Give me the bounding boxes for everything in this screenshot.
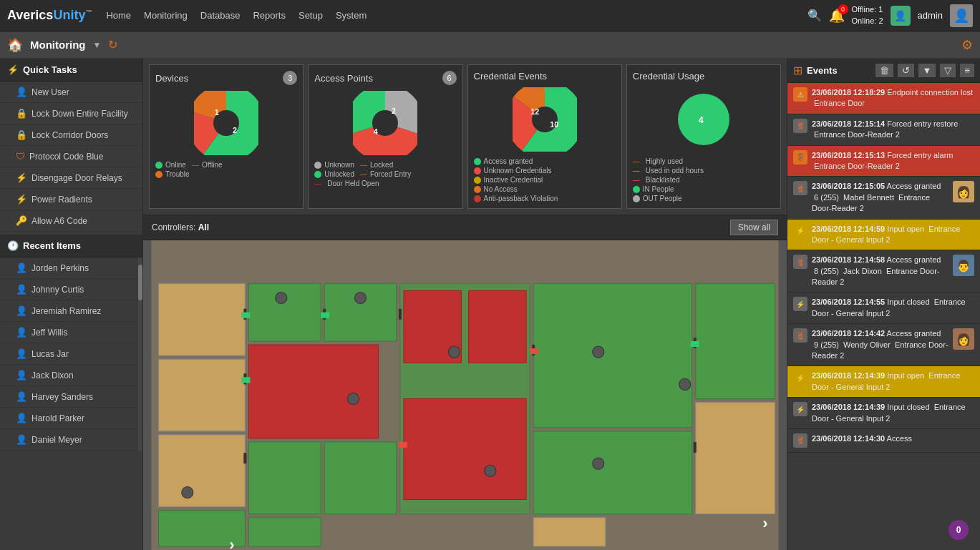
monitoring-bar: 🏠 Monitoring ▼ ↻ ⚙	[0, 31, 980, 59]
recent-item-3[interactable]: 👤 Jeff Willis	[0, 322, 142, 343]
recent-item-0[interactable]: 👤 Jorden Perkins	[0, 257, 142, 279]
scrollbar-thumb[interactable]	[138, 265, 142, 300]
svg-rect-20	[159, 435, 246, 507]
recent-item-5[interactable]: 👤 Jack Dixon	[0, 365, 142, 386]
events-refresh-button[interactable]: ↺	[898, 64, 914, 77]
access-points-header: Access Points 6	[314, 71, 456, 85]
recent-person-1: Johnny Curtis	[31, 285, 84, 295]
settings-icon[interactable]: ⚙	[961, 37, 973, 53]
svg-point-48	[593, 346, 604, 358]
sidebar-item-lock-corridor[interactable]: 🔒 Lock Corridor Doors	[0, 124, 142, 146]
nav-database[interactable]: Database	[200, 10, 241, 21]
nav-reports[interactable]: Reports	[253, 10, 286, 21]
credential-events-header: Credential Events	[474, 71, 616, 82]
event-text-6: 23/06/2018 12:14:55 Input closed Entranc…	[812, 297, 974, 319]
svg-point-51	[182, 486, 193, 498]
events-more-button[interactable]: ≡	[960, 64, 974, 77]
power-icon: ⚡	[16, 194, 27, 205]
svg-rect-36	[248, 518, 321, 546]
svg-rect-19	[159, 359, 246, 431]
events-filter-button[interactable]: ▽	[940, 64, 956, 77]
access-points-pie-chart: 2 4	[353, 91, 417, 155]
events-dropdown-button[interactable]: ▼	[918, 64, 936, 77]
svg-rect-39	[243, 453, 246, 463]
events-delete-button[interactable]: 🗑	[875, 64, 893, 77]
event-input-icon: ⚡	[793, 224, 807, 238]
svg-rect-34	[696, 403, 775, 514]
access-points-legend: Unknown —Locked Unlocked —Forced Entry —…	[314, 161, 456, 187]
event-item-10: 🚪 23/06/2018 12:14:30 Access	[787, 429, 980, 453]
show-all-button[interactable]: Show all	[730, 220, 778, 235]
devices-pie-chart: 1 2	[194, 91, 258, 155]
floor-plan-area: › › ›	[143, 240, 787, 550]
svg-rect-22	[248, 345, 378, 438]
event-warning-icon: ⚠	[793, 87, 807, 102]
svg-rect-54	[241, 313, 250, 318]
svg-point-2	[200, 97, 252, 149]
quick-tasks-title: Quick Tasks	[23, 64, 77, 75]
svg-text:›: ›	[762, 514, 767, 532]
events-header: ⊞ Events 🗑 ↺ ▼ ▽ ≡	[787, 59, 980, 83]
devices-legend: Online —Offline Trouble	[155, 161, 297, 178]
sidebar-item-protocol-blue[interactable]: 🛡 Protocol Code Blue	[0, 146, 142, 167]
svg-point-12	[519, 94, 571, 145]
nav-links: Home Monitoring Database Reports Setup S…	[106, 10, 807, 21]
svg-point-46	[354, 293, 366, 304]
notification-bell[interactable]: 🔔 0	[829, 8, 845, 24]
nav-monitoring[interactable]: Monitoring	[144, 10, 188, 21]
nav-setup[interactable]: Setup	[299, 10, 323, 21]
access-points-card: Access Points 6 2 4	[308, 64, 462, 209]
sidebar-item-disengage[interactable]: ⚡ Disengage Door Relays	[0, 167, 142, 189]
sidebar-item-power-radients[interactable]: ⚡ Power Radients	[0, 189, 142, 210]
lock-corridor-icon: 🔒	[16, 129, 27, 140]
home-icon: 🏠	[7, 37, 23, 53]
recent-item-8[interactable]: 👤 Daniel Meyer	[0, 429, 142, 451]
top-nav: AvericsUnity™ Home Monitoring Database R…	[0, 0, 980, 31]
events-title: Events	[807, 65, 871, 76]
recent-item-2[interactable]: 👤 Jeremiah Ramirez	[0, 300, 142, 322]
recent-person-4: Lucas Jar	[31, 349, 69, 359]
credential-events-pie-chart: 12 10	[513, 87, 577, 152]
sidebar-item-lockdown[interactable]: 🔒 Lock Down Entire Facility	[0, 103, 142, 124]
disengage-icon: ⚡	[16, 172, 27, 183]
svg-rect-41	[399, 309, 402, 320]
sidebar-item-allow-a6[interactable]: 🔑 Allow A6 Code	[0, 210, 142, 232]
protocol-icon: 🛡	[16, 151, 25, 162]
event-item-8: ⚡ 23/06/2018 12:14:39 Input open Entranc…	[787, 366, 980, 398]
event-door-icon: 🚪	[793, 150, 807, 164]
events-panel: ⊞ Events 🗑 ↺ ▼ ▽ ≡ ⚠ 23/06/2018 12:18:29…	[787, 59, 980, 550]
svg-point-53	[485, 465, 496, 476]
sidebar-item-new-user[interactable]: 👤 New User	[0, 82, 142, 103]
recent-item-7[interactable]: 👤 Harold Parker	[0, 408, 142, 429]
event-item-3: 🚪 23/06/2018 12:15:05 Access granted 6 (…	[787, 177, 980, 219]
refresh-icon[interactable]: ↻	[108, 38, 117, 51]
svg-point-52	[347, 393, 359, 404]
credential-usage-legend: —Highly used —Used in odd hours —Blackli…	[633, 157, 775, 202]
recent-item-1[interactable]: 👤 Johnny Curtis	[0, 279, 142, 300]
main-layout: ⚡ Quick Tasks 👤 New User 🔒 Lock Down Ent…	[0, 59, 980, 550]
nav-system[interactable]: System	[336, 10, 367, 21]
search-icon[interactable]: 🔍	[807, 9, 822, 22]
recent-item-4[interactable]: 👤 Lucas Jar	[0, 343, 142, 365]
svg-rect-59	[399, 442, 407, 448]
person-icon: 👤	[16, 87, 27, 97]
credential-usage-pie-chart: 4	[671, 87, 736, 152]
nav-home[interactable]: Home	[106, 10, 131, 21]
user-avatar[interactable]: 👤	[950, 4, 973, 27]
monitoring-dropdown[interactable]: ▼	[92, 40, 101, 50]
offline-count: 1	[878, 5, 883, 14]
credential-usage-header: Credential Usage	[633, 71, 775, 82]
event-item-7: 🚪 23/06/2018 12:14:42 Access granted 9 (…	[787, 324, 980, 366]
sidebar: ⚡ Quick Tasks 👤 New User 🔒 Lock Down Ent…	[0, 59, 143, 550]
event-text-3: 23/06/2018 12:15:05 Access granted 6 (25…	[812, 181, 949, 214]
svg-rect-24	[248, 442, 321, 514]
recent-item-6[interactable]: 👤 Harvey Sanders	[0, 386, 142, 408]
stats-row: Devices 3 1 2 Online	[143, 59, 787, 215]
event-input-icon: ⚡	[793, 297, 807, 311]
recent-items-title: Recent Items	[23, 240, 81, 251]
event-input-icon: ⚡	[793, 370, 807, 385]
event-door-icon: 🚪	[793, 119, 807, 133]
allow-a6-label: Allow A6 Code	[31, 216, 87, 226]
person-icon: 👤	[16, 434, 27, 445]
svg-rect-56	[321, 313, 329, 318]
